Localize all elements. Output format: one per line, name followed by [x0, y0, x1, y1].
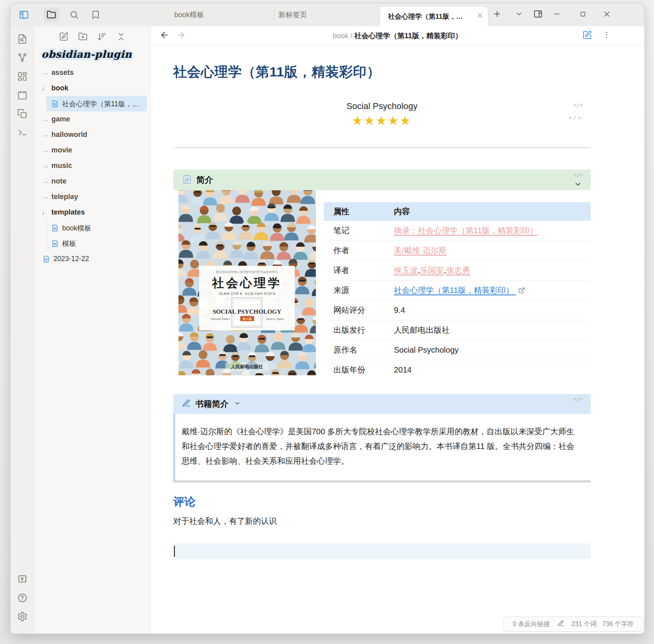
- note-subtitle: Social Psychology: [347, 101, 418, 111]
- table-row: 网站评分9.4: [324, 301, 591, 320]
- intro-table: 属性 内容 笔记摘录：社会心理学（第11版，精装彩印） 作者美/戴维·迈尔斯译者…: [324, 202, 591, 380]
- tree-folder-book[interactable]: ↓book: [38, 80, 147, 96]
- intro-callout-header[interactable]: 简介 </>: [173, 170, 591, 190]
- more-options-button[interactable]: [602, 31, 611, 41]
- graph-button[interactable]: [17, 53, 27, 63]
- code-block-button[interactable]: </>: [574, 396, 583, 402]
- help-button[interactable]: [17, 593, 27, 603]
- internal-link[interactable]: 摘录：社会心理学（第11版，精装彩印）: [394, 226, 538, 235]
- summary-callout: 书籍简介 </> 戴维·迈尔斯的《社会心理学》是美国700 多所大专院校社会心理…: [173, 394, 591, 480]
- document-icon: [51, 240, 59, 248]
- summary-text: 戴维·迈尔斯的《社会心理学》是美国700 多所大专院校社会心理学教学所采用的教材…: [182, 424, 580, 468]
- code-block-button[interactable]: </>: [569, 115, 583, 121]
- right-sidebar-toggle-button[interactable]: [533, 10, 543, 20]
- comments-heading: 评论: [173, 494, 591, 509]
- back-button[interactable]: [159, 31, 170, 41]
- backlinks-count[interactable]: 0 条反向链接: [513, 620, 550, 628]
- edit-view-button[interactable]: [582, 30, 592, 41]
- file-search-button[interactable]: [17, 34, 27, 44]
- folder-label: music: [51, 162, 72, 170]
- left-sidebar-toggle-button[interactable]: [18, 9, 30, 21]
- tree-folder-note[interactable]: →note: [38, 174, 147, 189]
- settings-button[interactable]: [17, 611, 27, 622]
- file-label: book模板: [62, 223, 91, 233]
- maximize-icon: [580, 11, 586, 19]
- collapse-all-icon: [116, 32, 126, 43]
- tab-active[interactable]: 社会心理学（第11版，…: [380, 6, 488, 26]
- tree-file-book模板[interactable]: book模板: [47, 220, 147, 236]
- external-url-link[interactable]: 社会心理学（第11版，精装彩印）: [394, 286, 516, 295]
- tree-folder-movie[interactable]: →movie: [38, 142, 147, 158]
- editor-active-line[interactable]: [173, 543, 591, 559]
- tree-file-模板[interactable]: 模板: [47, 236, 147, 251]
- folder-collapsed-arrow-icon: →: [41, 146, 51, 154]
- internal-link[interactable]: 乐国安: [420, 266, 444, 275]
- star-icon: ★: [352, 114, 364, 127]
- tab-list-button[interactable]: [514, 10, 524, 20]
- pencil-icon: [182, 399, 191, 409]
- breadcrumb-folder[interactable]: book: [333, 32, 348, 40]
- folder-collapsed-arrow-icon: →: [41, 131, 51, 139]
- new-folder-button[interactable]: [77, 32, 88, 43]
- close-window-button[interactable]: [601, 10, 612, 20]
- summary-callout-header[interactable]: 书籍简介 </>: [173, 394, 591, 414]
- star-icon: ★: [400, 114, 412, 127]
- tree-file-2023-12-22[interactable]: 2023-12-22: [38, 251, 147, 267]
- collapse-chevron-icon[interactable]: [234, 400, 241, 408]
- bookmarks-view-button[interactable]: [90, 9, 102, 21]
- table-row: 来源社会心理学（第11版，精装彩印）: [324, 281, 591, 301]
- row-label: 译者: [324, 261, 384, 281]
- comment-text: 对于社会和人，有了新的认识: [173, 516, 591, 527]
- internal-link[interactable]: 张志勇: [446, 266, 470, 275]
- folder-label: assets: [51, 68, 74, 77]
- code-block-button[interactable]: </>: [574, 172, 583, 178]
- internal-link[interactable]: 侯玉波: [394, 266, 418, 275]
- layout-button[interactable]: [17, 71, 27, 82]
- vault-title[interactable]: obsidian-plugin: [41, 49, 150, 60]
- new-note-button[interactable]: [58, 32, 69, 43]
- table-row: 原作名Social Psychology: [324, 340, 591, 360]
- new-tab-button[interactable]: [492, 10, 502, 20]
- panel-right-icon: [533, 9, 543, 20]
- tree-folder-music[interactable]: →music: [38, 158, 147, 174]
- tree-folder-game[interactable]: →game: [38, 111, 147, 127]
- tree-file-社会心理学（第11版，…[interactable]: 社会心理学（第11版，…: [47, 96, 147, 111]
- svg-text:SOCIAL PSYCHOLOGY: SOCIAL PSYCHOLOGY: [213, 308, 282, 315]
- tree-folder-templates[interactable]: ↓templates: [38, 205, 147, 220]
- table-row: 出版年份2014: [324, 360, 591, 380]
- row-label: 原作名: [324, 340, 384, 360]
- folder-expanded-arrow-icon: ↓: [41, 208, 51, 217]
- terminal-button[interactable]: [17, 127, 27, 138]
- tree-folder-teleplay[interactable]: →teleplay: [38, 189, 147, 205]
- internal-link[interactable]: 美/戴维·迈尔斯: [394, 246, 446, 255]
- collapse-chevron-icon[interactable]: [574, 180, 582, 190]
- row-label: 出版年份: [324, 360, 384, 380]
- tree-folder-halloworld[interactable]: →halloworld: [38, 127, 147, 142]
- file-label: 模板: [62, 239, 76, 248]
- summary-callout-body: 戴维·迈尔斯的《社会心理学》是美国700 多所大专院校社会心理学教学所采用的教材…: [173, 414, 591, 480]
- minimize-button[interactable]: [552, 10, 562, 20]
- pencil-glyph: [557, 620, 564, 628]
- tree-folder-assets[interactable]: →assets: [38, 65, 147, 80]
- tab-new-tab[interactable]: 新标签页: [265, 3, 321, 26]
- copy-button[interactable]: [17, 109, 27, 119]
- folder-label: game: [51, 115, 70, 123]
- star-icon: ★: [364, 114, 376, 127]
- calendar-button[interactable]: [17, 90, 27, 100]
- forward-button[interactable]: [176, 31, 186, 41]
- sort-button[interactable]: [96, 32, 108, 43]
- maximize-button[interactable]: [578, 10, 588, 20]
- search-view-button[interactable]: [68, 9, 80, 21]
- folder-collapsed-arrow-icon: →: [41, 193, 51, 201]
- vault-button[interactable]: [17, 574, 27, 584]
- intro-table-wrap: 属性 内容 笔记摘录：社会心理学（第11版，精装彩印） 作者美/戴维·迈尔斯译者…: [324, 202, 591, 380]
- close-tab-icon[interactable]: [477, 12, 483, 20]
- tab-book-template[interactable]: book模板: [161, 3, 217, 26]
- code-block-button[interactable]: </>: [574, 102, 583, 108]
- svg-text:教育部高等学校心理学教学指导委员会推荐用书: 教育部高等学校心理学教学指导委员会推荐用书: [216, 270, 278, 274]
- table-row: 出版发行人民邮电出版社: [324, 320, 591, 340]
- collapse-all-button[interactable]: [116, 32, 127, 43]
- folder-label: teleplay: [51, 193, 78, 201]
- files-view-button[interactable]: [44, 8, 59, 22]
- star-icon: ★: [388, 114, 400, 127]
